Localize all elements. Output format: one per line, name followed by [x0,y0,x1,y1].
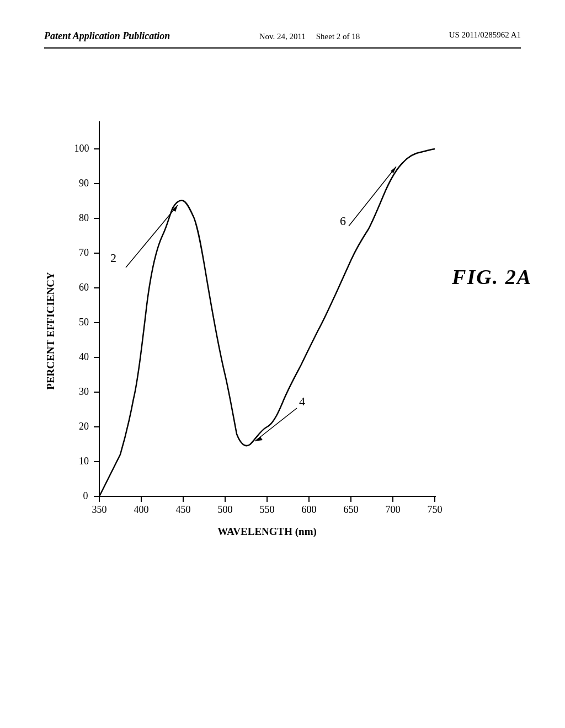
svg-text:400: 400 [134,504,149,515]
svg-text:70: 70 [79,247,89,258]
publication-label: Patent Application Publication [44,30,170,42]
callout-4-line [255,408,297,441]
svg-text:0: 0 [83,490,88,501]
svg-text:20: 20 [79,421,89,432]
svg-text:40: 40 [79,351,89,362]
svg-text:600: 600 [302,504,317,515]
svg-text:550: 550 [260,504,275,515]
page: Patent Application Publication Nov. 24, … [0,0,565,728]
page-header: Patent Application Publication Nov. 24, … [44,30,521,49]
figure-label: FIG. 2A [452,265,532,289]
svg-text:700: 700 [386,504,401,515]
svg-text:50: 50 [79,317,89,328]
svg-text:60: 60 [79,282,89,293]
callout-6-line [349,167,396,226]
callout-2-line [126,205,178,267]
callout-4-label: 4 [299,394,305,408]
y-axis-title: PERCENT EFFICIENCY [45,272,56,390]
svg-text:650: 650 [344,504,359,515]
svg-text:90: 90 [79,178,89,189]
sheet-info: Sheet 2 of 18 [316,32,360,41]
publication-date: Nov. 24, 2011 [259,32,306,41]
efficiency-curve [99,149,435,496]
x-axis-title: WAVELENGTH (nm) [217,526,317,538]
svg-text:500: 500 [218,504,233,515]
svg-text:750: 750 [428,504,443,515]
svg-text:80: 80 [79,212,89,223]
svg-text:350: 350 [92,504,107,515]
callout-6-label: 6 [340,214,346,228]
svg-text:10: 10 [79,456,89,467]
chart-svg: 0 10 20 30 40 50 60 [39,110,458,563]
patent-number: US 2011/0285962 A1 [449,30,521,40]
svg-text:30: 30 [79,386,89,397]
svg-text:450: 450 [176,504,191,515]
svg-text:100: 100 [74,143,89,154]
callout-2-label: 2 [110,251,116,265]
chart-container: 0 10 20 30 40 50 60 [39,110,458,563]
header-center: Nov. 24, 2011 Sheet 2 of 18 [259,30,360,43]
